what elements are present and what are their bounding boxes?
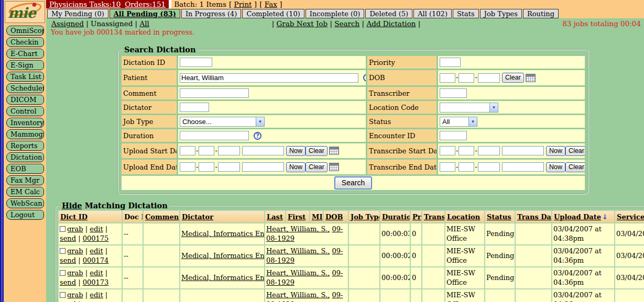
col-last[interactable]: Last	[267, 213, 283, 221]
col-trans[interactable]: Trans	[424, 213, 444, 221]
dictator-link[interactable]: Medical, Informatics Eng.	[181, 274, 264, 282]
send-link[interactable]: send	[60, 256, 76, 264]
col-dob[interactable]: DOB	[325, 213, 343, 221]
transcribe-start-time-input[interactable]	[502, 146, 544, 155]
sidebar-item[interactable]: WebScan	[6, 198, 44, 208]
sidebar-item[interactable]: E-Sign	[6, 60, 44, 70]
sidebar-item[interactable]: Dictation	[6, 152, 44, 162]
dict-id-link[interactable]: 000173	[83, 278, 109, 286]
upload-start-time-input[interactable]	[242, 146, 284, 155]
location-code-select[interactable]: ▾	[440, 103, 498, 113]
calendar-icon[interactable]	[329, 147, 339, 155]
upload-end-year-input[interactable]	[218, 162, 240, 172]
transcribe-end-now-button[interactable]: Now	[546, 162, 565, 172]
tab[interactable]: In Progress (4)	[181, 9, 242, 18]
upload-end-now-button[interactable]: Now	[286, 162, 305, 172]
patient-input[interactable]	[180, 73, 358, 83]
sidebar-item[interactable]: Scheduler	[6, 83, 44, 93]
help-icon[interactable]: ?	[363, 74, 366, 82]
print-link[interactable]: Print	[234, 0, 252, 8]
tab[interactable]: All Pending (83)	[110, 9, 180, 18]
row-checkbox[interactable]	[60, 270, 66, 276]
upload-start-year-input[interactable]	[218, 146, 240, 155]
row-checkbox[interactable]	[60, 248, 66, 254]
tab[interactable]: Routing	[523, 9, 559, 18]
col-trans-date[interactable]: Trans Date	[517, 213, 551, 221]
dictator-link[interactable]: Medical, Informatics Eng.	[181, 230, 264, 238]
tab[interactable]: All (102)	[413, 9, 452, 18]
sidebar-item[interactable]: DICOM	[6, 95, 44, 105]
dictator-input[interactable]	[180, 103, 209, 112]
physicians-tasks-link[interactable]: Physicians Tasks:10	[49, 0, 121, 8]
help-icon[interactable]: ?	[254, 132, 261, 140]
transcribe-end-day-input[interactable]	[459, 162, 474, 172]
search-button[interactable]: Search	[334, 176, 372, 189]
dictator-link[interactable]: Medical, Informatics Eng.	[181, 252, 264, 260]
calendar-icon[interactable]	[526, 74, 536, 82]
upload-start-now-button[interactable]: Now	[286, 146, 305, 156]
sidebar-item[interactable]: EOB	[6, 164, 44, 174]
upload-start-day-input[interactable]	[199, 146, 214, 155]
add-dictation-link[interactable]: Add Dictation	[366, 19, 416, 28]
col-mi[interactable]: MI	[312, 213, 322, 221]
dict-id-link[interactable]: 000174	[83, 256, 109, 264]
col-upload-date[interactable]: Upload Date	[554, 213, 601, 221]
mie-logo[interactable]: mie	[5, 1, 45, 23]
patient-name-link[interactable]: Heart, William, S.,	[266, 225, 330, 233]
grab-link[interactable]: grab	[67, 291, 83, 299]
grab-next-job-link[interactable]: Grab Next Job	[277, 19, 328, 28]
col-duration[interactable]: Duration	[382, 213, 410, 221]
sidebar-item[interactable]: Checkin	[6, 37, 44, 47]
tab[interactable]: Completed (10)	[242, 9, 304, 18]
patient-name-link[interactable]: Heart, William, S.,	[266, 247, 330, 255]
orders-link[interactable]: Orders:151	[125, 0, 166, 8]
encounter-id-input[interactable]	[440, 131, 467, 140]
edit-link[interactable]: edit	[90, 291, 103, 299]
transcribe-end-time-input[interactable]	[502, 162, 544, 172]
sort-desc-icon[interactable]: ↓	[602, 213, 608, 221]
dictation-id-input[interactable]	[180, 58, 212, 67]
sidebar-item[interactable]: Logout	[6, 210, 44, 220]
col-first[interactable]: First	[288, 213, 305, 221]
sidebar-item[interactable]: Mammogra	[6, 129, 44, 139]
upload-start-month-input[interactable]	[180, 146, 195, 155]
duration-input[interactable]	[180, 131, 249, 140]
upload-end-month-input[interactable]	[180, 162, 195, 172]
grab-link[interactable]: grab	[67, 247, 83, 255]
transcribe-end-month-input[interactable]	[440, 162, 455, 172]
dob-month-input[interactable]	[440, 73, 455, 83]
edit-link[interactable]: edit	[90, 247, 103, 255]
upload-end-time-input[interactable]	[242, 162, 284, 172]
sidebar-item[interactable]: Reports	[6, 141, 44, 151]
assigned-link[interactable]: Assigned	[51, 19, 84, 28]
tab[interactable]: Stats	[453, 9, 479, 18]
transcribe-end-clear-button[interactable]: Clear	[565, 162, 585, 172]
priority-input[interactable]	[440, 58, 461, 67]
sidebar-item[interactable]: Task List	[6, 72, 44, 82]
col-location[interactable]: Location	[447, 213, 480, 221]
dob-clear-button[interactable]: Clear	[502, 73, 524, 83]
tab[interactable]: Job Types	[480, 9, 522, 18]
upload-start-clear-button[interactable]: Clear	[305, 146, 328, 156]
edit-link[interactable]: edit	[90, 269, 103, 277]
send-link[interactable]: send	[60, 278, 76, 286]
transcriber-input[interactable]	[440, 88, 467, 98]
fax-link[interactable]: Fax	[265, 0, 277, 8]
col-service-date[interactable]: Service Date	[617, 213, 644, 221]
col-status[interactable]: Status	[487, 213, 511, 221]
col-dictator[interactable]: Dictator	[182, 213, 213, 221]
grab-link[interactable]: grab	[67, 269, 83, 277]
transcribe-start-now-button[interactable]: Now	[546, 146, 565, 156]
upload-end-clear-button[interactable]: Clear	[305, 162, 328, 172]
tab[interactable]: Incomplete (0)	[305, 9, 365, 18]
transcribe-start-year-input[interactable]	[478, 146, 500, 155]
col-pri[interactable]: Pri	[412, 213, 421, 221]
tab[interactable]: My Pending (0)	[47, 9, 108, 18]
search-link[interactable]: Search	[334, 19, 359, 28]
dict-id-link[interactable]: 000175	[83, 234, 109, 242]
transcribe-start-month-input[interactable]	[440, 146, 455, 155]
row-checkbox[interactable]	[60, 226, 66, 232]
transcribe-start-clear-button[interactable]: Clear	[565, 146, 585, 156]
send-link[interactable]: send	[60, 234, 76, 242]
grab-link[interactable]: grab	[67, 225, 83, 233]
